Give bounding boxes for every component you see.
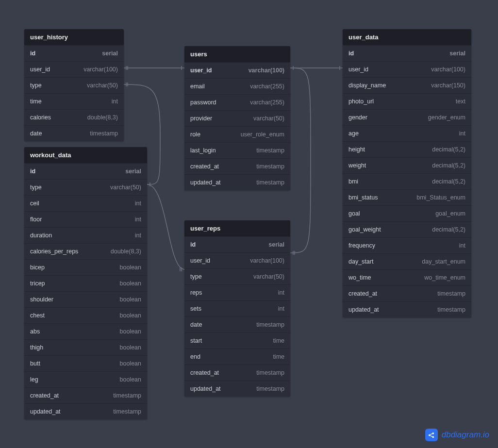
table-row[interactable]: floorint: [24, 211, 147, 227]
table-row[interactable]: bicepboolean: [24, 259, 147, 275]
table-row[interactable]: starttime: [184, 332, 290, 348]
table-row[interactable]: day_startday_start_enum: [343, 253, 471, 269]
table-row[interactable]: typevarchar(50): [184, 268, 290, 284]
table-row[interactable]: display_namevarchar(150): [343, 77, 471, 93]
table-row[interactable]: updated_attimestamp: [343, 301, 471, 317]
table-row[interactable]: legboolean: [24, 371, 147, 387]
column-name: sets: [190, 305, 201, 312]
table-row[interactable]: providervarchar(50): [184, 110, 290, 126]
table-header[interactable]: user_history: [24, 29, 124, 45]
table-row[interactable]: emailvarchar(255): [184, 78, 290, 94]
table-row[interactable]: ageint: [343, 125, 471, 141]
table-row[interactable]: updated_attimestamp: [184, 174, 290, 190]
table-row[interactable]: last_logintimestamp: [184, 142, 290, 158]
table-row[interactable]: created_attimestamp: [343, 285, 471, 301]
table-row[interactable]: bmi_statusbmi_Status_enum: [343, 189, 471, 205]
table-body: idserialuser_idvarchar(100)display_namev…: [343, 45, 471, 317]
column-name: bicep: [30, 264, 45, 271]
column-type: varchar(100): [249, 67, 284, 74]
table-row[interactable]: absboolean: [24, 323, 147, 339]
column-name: ceil: [30, 200, 39, 207]
table-row[interactable]: repsint: [184, 284, 290, 300]
table-body: user_idvarchar(100)emailvarchar(255)pass…: [184, 62, 290, 190]
brand-watermark[interactable]: dbdiagram.io: [425, 429, 489, 441]
table-row[interactable]: bmidecimal(5,2): [343, 173, 471, 189]
table-row[interactable]: datetimestamp: [184, 316, 290, 332]
table-body: idserialuser_idvarchar(100)typevarchar(5…: [24, 45, 124, 141]
svg-point-12: [429, 434, 431, 436]
table-row[interactable]: goalgoal_enum: [343, 205, 471, 221]
table-row[interactable]: idserial: [184, 236, 290, 252]
table-row[interactable]: idserial: [24, 45, 124, 61]
table-row[interactable]: user_idvarchar(100): [24, 61, 124, 77]
table-row[interactable]: idserial: [24, 163, 147, 179]
table-row[interactable]: updated_attimestamp: [184, 381, 290, 397]
column-name: leg: [30, 376, 38, 383]
table-header[interactable]: users: [184, 46, 290, 62]
table-header[interactable]: user_reps: [184, 220, 290, 236]
column-name: updated_at: [190, 385, 221, 392]
table-row[interactable]: photo_urltext: [343, 93, 471, 109]
table-row[interactable]: created_attimestamp: [184, 365, 290, 381]
table-row[interactable]: weightdecimal(5,2): [343, 157, 471, 173]
table-row[interactable]: setsint: [184, 300, 290, 316]
column-name: id: [30, 168, 35, 175]
column-name: email: [190, 83, 205, 90]
table-header[interactable]: workout_data: [24, 147, 147, 163]
table-row[interactable]: heightdecimal(5,2): [343, 141, 471, 157]
table-row[interactable]: durationint: [24, 227, 147, 243]
diagram-canvas[interactable]: user_history idserialuser_idvarchar(100)…: [0, 0, 498, 448]
table-row[interactable]: shoulderboolean: [24, 291, 147, 307]
column-name: type: [30, 82, 42, 89]
table-row[interactable]: idserial: [343, 45, 471, 61]
column-name: display_name: [349, 82, 386, 89]
column-name: created_at: [349, 290, 377, 297]
column-type: int: [278, 305, 284, 312]
column-type: timestamp: [437, 290, 465, 297]
column-type: varchar(100): [250, 257, 284, 264]
column-name: user_id: [190, 257, 210, 264]
table-row[interactable]: updated_attimestamp: [24, 403, 147, 419]
table-row[interactable]: goal_weightdecimal(5,2): [343, 221, 471, 237]
column-name: floor: [30, 216, 42, 223]
column-type: timestamp: [90, 130, 118, 137]
table-row[interactable]: gendergender_enum: [343, 109, 471, 125]
table-row[interactable]: timeint: [24, 93, 124, 109]
table-user-data[interactable]: user_data idserialuser_idvarchar(100)dis…: [343, 29, 471, 317]
table-user-reps[interactable]: user_reps idserialuser_idvarchar(100)typ…: [184, 220, 290, 397]
table-row[interactable]: ceilint: [24, 195, 147, 211]
column-type: boolean: [120, 312, 142, 319]
column-name: role: [190, 131, 200, 138]
table-row[interactable]: thighboolean: [24, 339, 147, 355]
table-users[interactable]: users user_idvarchar(100)emailvarchar(25…: [184, 46, 290, 190]
table-row[interactable]: frequencyint: [343, 237, 471, 253]
column-name: updated_at: [349, 306, 379, 313]
table-row[interactable]: datetimestamp: [24, 125, 124, 141]
table-row[interactable]: created_attimestamp: [24, 387, 147, 403]
table-row[interactable]: caloriesdouble(8,3): [24, 109, 124, 125]
table-row[interactable]: typevarchar(50): [24, 179, 147, 195]
table-header[interactable]: user_data: [343, 29, 471, 45]
column-type: boolean: [120, 344, 142, 351]
table-row[interactable]: chestboolean: [24, 307, 147, 323]
table-workout-data[interactable]: workout_data idserialtypevarchar(50)ceil…: [24, 147, 147, 419]
column-name: age: [349, 130, 359, 137]
table-row[interactable]: calories_per_repsdouble(8,3): [24, 243, 147, 259]
column-name: created_at: [30, 392, 59, 399]
table-row[interactable]: tricepboolean: [24, 275, 147, 291]
table-row[interactable]: user_idvarchar(100): [343, 61, 471, 77]
column-name: date: [30, 130, 42, 137]
table-row[interactable]: buttboolean: [24, 355, 147, 371]
table-row[interactable]: user_idvarchar(100): [184, 252, 290, 268]
table-row[interactable]: endtime: [184, 348, 290, 365]
column-type: int: [135, 200, 141, 207]
table-user-history[interactable]: user_history idserialuser_idvarchar(100)…: [24, 29, 124, 141]
svg-point-13: [432, 432, 434, 434]
table-row[interactable]: wo_timewo_time_enum: [343, 269, 471, 285]
table-row[interactable]: passwordvarchar(255): [184, 94, 290, 110]
table-row[interactable]: roleuser_role_enum: [184, 126, 290, 142]
table-row[interactable]: created_attimestamp: [184, 158, 290, 174]
table-row[interactable]: typevarchar(50): [24, 77, 124, 93]
table-row[interactable]: user_idvarchar(100): [184, 62, 290, 78]
column-name: chest: [30, 312, 45, 319]
